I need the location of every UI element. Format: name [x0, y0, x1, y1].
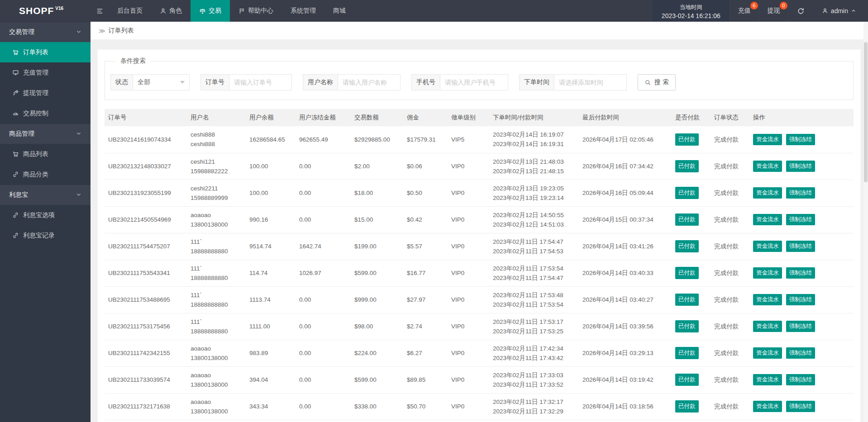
nav-item-roles[interactable]: 角色: [151, 0, 191, 22]
force-freeze-button[interactable]: 强制冻结: [786, 294, 815, 305]
username-line2: 13800138000: [191, 380, 242, 389]
sidebar-item-product-category[interactable]: 商品分类: [0, 164, 91, 185]
username: admin: [831, 7, 848, 14]
nav-item-dashboard[interactable]: 后台首页: [109, 0, 151, 22]
pay-time: 2023年02月11日 17:53:54: [493, 300, 575, 309]
sidebar-item-order-list[interactable]: 订单列表: [0, 42, 91, 62]
force-freeze-button[interactable]: 强制冻结: [786, 401, 815, 412]
monitor-icon: [12, 69, 19, 76]
col-frozen: 用户冻结金额: [296, 109, 351, 126]
fund-flow-button[interactable]: 资金流水: [753, 347, 782, 359]
username-line1: aoaoao: [191, 397, 242, 407]
fund-flow-button[interactable]: 资金流水: [753, 267, 782, 279]
logo-version: V16: [55, 6, 63, 11]
frozen-cell: 0.00: [296, 153, 351, 180]
username-line1: aoaoao: [191, 344, 242, 353]
nav-item-mall[interactable]: 商城: [324, 0, 354, 22]
order-time-filter: 下单时间: [519, 74, 627, 90]
force-freeze-button[interactable]: 强制冻结: [786, 134, 815, 145]
force-freeze-button[interactable]: 强制冻结: [786, 347, 815, 359]
fund-flow-button[interactable]: 资金流水: [753, 214, 782, 225]
fund-flow-button[interactable]: 资金流水: [753, 401, 782, 412]
hamburger-icon[interactable]: [91, 0, 109, 22]
sidebar-item-label: 提现管理: [23, 89, 48, 97]
status-label: 状态: [110, 74, 133, 90]
commission-cell: $17579.31: [403, 126, 448, 153]
withdraw-badge: 0: [780, 2, 787, 9]
order-no-input[interactable]: [229, 74, 292, 90]
paid-badge: 已付款: [675, 187, 699, 199]
breadcrumb-label: 订单列表: [109, 27, 134, 35]
fund-flow-button[interactable]: 资金流水: [753, 321, 782, 332]
order-time: 2023年02月14日 16:19:07: [493, 130, 575, 139]
frozen-cell: 0.00: [296, 313, 351, 340]
force-freeze-button[interactable]: 强制冻结: [786, 161, 815, 172]
username-cell: aoaoao 13800138000: [187, 340, 246, 366]
sidebar-group-product-management[interactable]: 商品管理: [0, 123, 91, 144]
last-pay-time-cell: 2026年04月17日 02:05:46: [579, 126, 672, 153]
sidebar-group-lixibao[interactable]: 利息宝: [0, 185, 91, 205]
amount-cell: $599.00: [351, 366, 403, 393]
sidebar-item-trade-control[interactable]: 交易控制: [0, 103, 91, 123]
order-no-cell: UB2302111753488695: [105, 286, 187, 313]
balance-cell: 394.04: [246, 366, 296, 393]
force-freeze-button[interactable]: 强制冻结: [786, 374, 815, 385]
sidebar-item-label: 交易控制: [23, 109, 48, 118]
commission-cell: $27.97: [403, 286, 448, 313]
username-filter: 用户名称: [303, 74, 401, 90]
order-time-input[interactable]: [554, 74, 627, 90]
sidebar-item-lixibao-options[interactable]: 利息宝选项: [0, 205, 91, 225]
sidebar-item-recharge-management[interactable]: 充值管理: [0, 62, 91, 83]
force-freeze-button[interactable]: 强制冻结: [786, 267, 815, 279]
force-freeze-button[interactable]: 强制冻结: [786, 321, 815, 332]
user-menu[interactable]: admin: [813, 0, 868, 22]
recharge-link[interactable]: 充值 6: [730, 0, 759, 22]
sidebar-item-withdraw-management[interactable]: 提现管理: [0, 83, 91, 103]
nav-item-trade[interactable]: 交易: [191, 0, 230, 22]
search-legend: 条件搜索: [116, 57, 150, 65]
sidebar-group-trade-management[interactable]: 交易管理: [0, 22, 91, 42]
scrollbar-thumb[interactable]: [864, 42, 868, 182]
search-button[interactable]: 搜 索: [638, 74, 676, 90]
refresh-icon[interactable]: [788, 0, 813, 22]
order-time: 2023年02月11日 17:53:48: [493, 290, 575, 300]
amount-cell: $15.00: [351, 206, 403, 233]
order-no-cell: UB2302132148033027: [105, 153, 187, 180]
actions-cell: 资金流水 强制冻结: [749, 366, 854, 393]
order-no-cell: UB2302111754475207: [105, 233, 187, 260]
level-cell: VIP0: [448, 340, 489, 366]
withdraw-link[interactable]: 提现 0: [759, 0, 788, 22]
username-line1: 111`: [191, 317, 242, 327]
force-freeze-button[interactable]: 强制冻结: [786, 187, 815, 199]
breadcrumb: ≫ 订单列表: [91, 22, 868, 40]
status-select[interactable]: 全部: [133, 74, 190, 90]
col-amount: 交易数额: [351, 109, 403, 126]
fund-flow-button[interactable]: 资金流水: [753, 374, 782, 385]
paid-badge: 已付款: [675, 240, 699, 252]
username-line1: ceshi2211: [191, 184, 242, 193]
fund-flow-button[interactable]: 资金流水: [753, 241, 782, 252]
fund-flow-button[interactable]: 资金流水: [753, 134, 782, 145]
status-cell: 完成付款: [711, 153, 749, 180]
username-line2: ceshi888: [191, 139, 242, 149]
recharge-label: 充值: [738, 7, 751, 15]
last-pay-time-cell: 2026年04月16日 07:34:42: [579, 153, 672, 180]
order-time: 2023年02月11日 17:54:47: [493, 237, 575, 247]
fund-flow-button[interactable]: 资金流水: [753, 161, 782, 172]
phone-input[interactable]: [440, 74, 508, 90]
pay-time: 2023年02月11日 17:33:52: [493, 380, 575, 389]
nav-item-system[interactable]: 系统管理: [282, 0, 324, 22]
pay-time: 2023年02月14日 16:19:31: [493, 139, 575, 149]
nav-item-help-center[interactable]: 帮助中心: [230, 0, 282, 22]
fund-flow-button[interactable]: 资金流水: [753, 294, 782, 305]
commission-cell: $2.74: [403, 313, 448, 340]
fund-flow-button[interactable]: 资金流水: [753, 187, 782, 199]
username-input[interactable]: [338, 74, 401, 90]
sidebar-item-label: 商品分类: [23, 171, 48, 179]
vertical-scrollbar[interactable]: [863, 22, 868, 422]
amount-cell: $2929885.00: [351, 126, 403, 153]
sidebar-item-product-list[interactable]: 商品列表: [0, 144, 91, 164]
force-freeze-button[interactable]: 强制冻结: [786, 241, 815, 252]
force-freeze-button[interactable]: 强制冻结: [786, 214, 815, 225]
sidebar-item-lixibao-records[interactable]: 利息宝记录: [0, 225, 91, 246]
